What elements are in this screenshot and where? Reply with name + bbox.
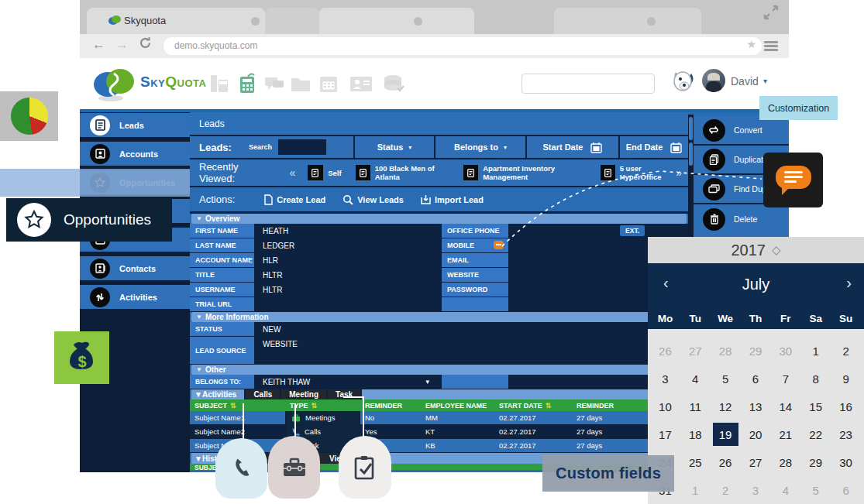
calendar-day[interactable]: 29 xyxy=(741,337,771,365)
browser-tab-ghost[interactable] xyxy=(554,8,701,34)
calendar-day[interactable]: 6 xyxy=(831,476,861,504)
calendar-day[interactable]: 5 xyxy=(800,476,831,504)
calendar-day[interactable]: 30 xyxy=(831,448,861,476)
col-type[interactable]: TYPE⇅ xyxy=(285,402,360,410)
calendar-day[interactable]: 4 xyxy=(680,365,711,393)
col-start-date[interactable]: START DATE⇅ xyxy=(494,402,572,410)
user-caret-icon[interactable]: ▾ xyxy=(763,77,767,85)
sidebar-item-contacts[interactable]: Contacts xyxy=(80,256,190,280)
calculator-icon[interactable] xyxy=(237,72,257,94)
calendar-day[interactable]: 3 xyxy=(650,365,680,393)
tab-calls[interactable]: Calls xyxy=(244,389,280,399)
recently-viewed-item[interactable]: 100 Black Men of Atlanta xyxy=(356,164,449,181)
calendar-day[interactable]: 30 xyxy=(770,337,800,365)
back-icon[interactable]: ← xyxy=(92,37,105,53)
overview-section-header[interactable]: ▼ Overview xyxy=(191,214,687,224)
calendar-day[interactable]: 6 xyxy=(741,365,771,393)
end-date-picker[interactable]: End Date xyxy=(620,136,688,158)
calendar-day[interactable]: 2 xyxy=(711,476,741,504)
global-search-input[interactable] xyxy=(521,74,655,94)
recently-viewed-item[interactable]: 5 user HyperOffice xyxy=(601,164,676,181)
mobile-chat-icon[interactable] xyxy=(494,241,504,249)
delete-button[interactable]: Delete xyxy=(694,204,789,234)
field-value[interactable]: HEATH xyxy=(256,224,440,238)
refresh-icon[interactable] xyxy=(139,36,152,53)
calendar-day[interactable]: 25 xyxy=(680,448,711,476)
calendar-day[interactable]: 20 xyxy=(741,420,771,448)
contacts-icon[interactable] xyxy=(349,72,369,94)
view-leads-button[interactable]: View Leads xyxy=(343,194,404,205)
col-reminder[interactable]: REMINDER xyxy=(360,402,421,410)
forward-icon[interactable]: → xyxy=(115,37,129,53)
database-icon[interactable] xyxy=(382,72,402,94)
user-name[interactable]: David xyxy=(731,75,759,87)
field-value[interactable]: HLTR xyxy=(256,283,440,297)
calendar-day[interactable]: 13 xyxy=(741,393,771,420)
calendar-day[interactable]: 8 xyxy=(800,365,831,393)
fax-icon[interactable] xyxy=(209,72,229,94)
calendar-day-selected[interactable]: 19 xyxy=(713,423,738,446)
other-section-header[interactable]: ▼ Other xyxy=(191,365,687,375)
field-value[interactable]: HLTR xyxy=(256,268,440,282)
calendar-day[interactable]: 17 xyxy=(650,420,680,448)
field-value[interactable]: HLR xyxy=(256,253,440,267)
leads-search-input[interactable] xyxy=(278,139,326,155)
calendar-day[interactable]: 4 xyxy=(770,476,800,504)
calendar-day[interactable]: 28 xyxy=(711,337,741,365)
col-employee-name[interactable]: EMPLOYEE NAME xyxy=(421,402,494,410)
calendar-day[interactable]: 11 xyxy=(680,393,711,420)
calendar-day[interactable]: 29 xyxy=(800,448,831,476)
sidebar-item-activities[interactable]: Activities xyxy=(80,285,190,309)
convert-button[interactable]: Convert xyxy=(694,116,789,146)
calendar-day[interactable]: 27 xyxy=(680,337,711,365)
field-value[interactable]: NEW xyxy=(256,322,688,336)
field-value[interactable] xyxy=(256,297,440,311)
calendar-day[interactable]: 1 xyxy=(800,337,831,365)
activities-section-header[interactable]: ▼Activities xyxy=(191,389,244,399)
calendar-day[interactable]: 14 xyxy=(770,393,800,420)
table-row[interactable]: Subject Name2 Calls Yes KT 02.27.2017 27… xyxy=(190,425,688,439)
calendar-day[interactable]: 27 xyxy=(741,448,771,476)
tab-task[interactable]: Task xyxy=(326,389,362,399)
calendar-day[interactable]: 2 xyxy=(831,337,861,365)
import-lead-button[interactable]: Import Lead xyxy=(421,194,484,204)
calendar-day[interactable]: 16 xyxy=(831,393,861,420)
calendar-day[interactable]: 15 xyxy=(800,393,831,420)
calendar-day[interactable]: 5 xyxy=(711,365,741,393)
chevron-right-icon[interactable]: » xyxy=(676,166,682,179)
calendar-day[interactable]: 21 xyxy=(770,420,800,448)
field-value[interactable]: WEBSITE xyxy=(256,337,688,364)
table-row[interactable]: Subject Name1 Meetings No MM 02.27.2017 … xyxy=(190,411,688,425)
recently-viewed-item[interactable]: Self xyxy=(308,165,341,180)
chat-icon[interactable] xyxy=(263,72,284,94)
calendar-day[interactable]: 9 xyxy=(831,365,861,393)
ext-button[interactable]: EXT. xyxy=(620,225,645,236)
sidebar-item-leads[interactable]: Leads xyxy=(80,113,190,137)
recently-viewed-item[interactable]: Apartment Inventory Management xyxy=(463,164,587,181)
start-date-picker[interactable]: Start Date xyxy=(527,136,620,158)
create-lead-button[interactable]: Create Lead xyxy=(264,194,325,205)
field-value[interactable]: LEDGER xyxy=(256,238,440,252)
menu-icon[interactable] xyxy=(764,41,778,51)
field-value[interactable]: EXT. xyxy=(510,224,688,238)
calendar-day[interactable]: 10 xyxy=(650,393,680,420)
calendar-day[interactable]: 28 xyxy=(770,448,800,476)
belongs-to-select[interactable]: KEITH THAW▾ xyxy=(256,375,440,389)
belongs-to-dropdown[interactable]: Belongs to▾ xyxy=(435,136,527,158)
col-subject[interactable]: SUBJECT⇅ xyxy=(190,402,246,410)
browser-tab-active[interactable]: Skyquota xyxy=(87,8,265,34)
bookmark-star-icon[interactable]: ★ xyxy=(746,38,756,50)
expand-icon[interactable] xyxy=(762,4,780,24)
calendar-day[interactable]: 18 xyxy=(680,420,711,448)
calendar-day[interactable]: 26 xyxy=(711,448,741,476)
browser-tab-ghost[interactable] xyxy=(319,8,474,34)
browser-tab-ghost[interactable] xyxy=(265,8,319,34)
year-spinner-icon[interactable]: ◇ xyxy=(772,243,781,257)
folder-icon[interactable] xyxy=(290,72,310,94)
calendar-day[interactable]: 3 xyxy=(741,476,771,504)
tab-meeting[interactable]: Meeting xyxy=(280,389,326,399)
calendar-day[interactable]: 7 xyxy=(770,365,800,393)
calendar-day[interactable]: 12 xyxy=(711,393,741,420)
calendar-day[interactable]: 22 xyxy=(800,420,831,448)
calendar-icon[interactable] xyxy=(318,72,338,94)
